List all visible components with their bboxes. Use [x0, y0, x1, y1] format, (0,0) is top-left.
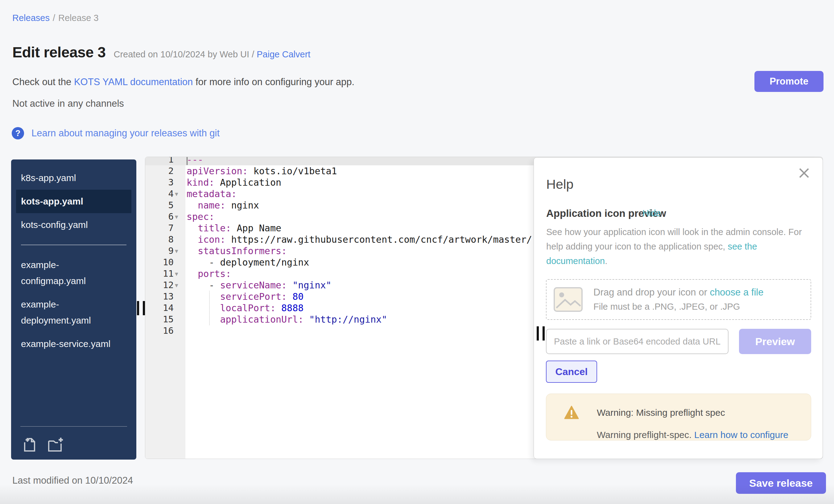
code-text: title: App Name [186, 222, 281, 234]
line-number: 2 [145, 165, 174, 177]
code-text: spec: [186, 211, 214, 222]
icon-preview-description: See how your application icon will look … [546, 225, 818, 268]
kots-yaml-doc-link[interactable]: KOTS YAML documentation [74, 76, 193, 87]
help-panel-title: Help [546, 177, 573, 192]
release-editor-page: Releases/Release 3 Edit release 3 Create… [0, 0, 834, 504]
line-number: 9 [145, 245, 174, 257]
line-number: 7 [145, 222, 174, 234]
save-release-button[interactable]: Save release [736, 472, 826, 494]
icon-url-input[interactable] [546, 329, 728, 354]
icon-dropzone[interactable]: Drag and drop your icon or choose a file… [546, 279, 811, 320]
close-icon[interactable] [798, 168, 810, 179]
warning-detail: Warning preflight-spec. Learn how to con… [597, 430, 788, 440]
code-text: icon: https://raw.githubusercontent.com/… [186, 234, 532, 245]
created-text: Created on 10/10/2024 by Web UI / [114, 49, 255, 59]
line-number: 16 [145, 325, 174, 336]
git-help-row: ? Learn about managing your releases wit… [12, 127, 220, 139]
learn-configure-link[interactable]: Learn how to configure [694, 430, 788, 440]
breadcrumb-releases-link[interactable]: Releases [12, 13, 50, 23]
fold-arrow-icon[interactable]: ▾ [175, 280, 185, 291]
intro-text-post: for more info on configuring your app. [193, 76, 354, 87]
line-number: 15 [145, 314, 174, 325]
fold-arrow-icon[interactable]: ▾ [175, 188, 185, 200]
image-placeholder-icon [553, 287, 583, 312]
warning-detail-text: Warning preflight-spec. [597, 430, 694, 440]
cancel-button[interactable]: Cancel [546, 360, 597, 383]
help-panel: Help Application icon preview Hide See h… [533, 157, 823, 459]
code-text: kind: Application [186, 177, 281, 188]
code-text: - serviceName: "nginx" [186, 280, 332, 291]
file-tree-item[interactable]: example-configmap.yaml [16, 253, 131, 293]
dropzone-text: Drag and drop your icon or choose a file… [593, 285, 763, 314]
breadcrumb: Releases/Release 3 [12, 13, 99, 23]
line-number: 4 [145, 188, 174, 200]
intro-text: Check out the KOTS YAML documentation fo… [12, 76, 354, 88]
line-number: 14 [145, 302, 174, 314]
file-tree-item[interactable]: example-service.yaml [16, 332, 131, 356]
fold-arrow-icon[interactable]: ▾ [175, 268, 185, 280]
git-releases-link[interactable]: Learn about managing your releases with … [31, 128, 220, 139]
line-number: 12 [145, 280, 174, 291]
file-tree-item[interactable]: kots-config.yaml [16, 213, 131, 237]
file-list: k8s-app.yamlkots-app.yamlkots-config.yam… [11, 159, 136, 356]
fold-arrow-icon[interactable]: ▾ [175, 245, 185, 257]
file-tree-divider [21, 245, 127, 245]
promote-button[interactable]: Promote [754, 71, 824, 92]
line-number: 8 [145, 234, 174, 245]
line-number: 10 [145, 257, 174, 268]
code-text: localPort: 8888 [186, 302, 304, 314]
code-text: --- [186, 157, 203, 165]
question-mark-icon: ? [12, 127, 24, 139]
file-tree-sidebar: k8s-app.yamlkots-app.yamlkots-config.yam… [11, 159, 136, 460]
sidebar-footer [20, 426, 127, 460]
fold-arrow-icon[interactable]: ▾ [175, 211, 185, 222]
warning-title: Warning: Missing preflight spec [597, 408, 725, 418]
hide-link[interactable]: Hide [642, 208, 661, 218]
title-row: Edit release 3 Created on 10/10/2024 by … [12, 44, 310, 61]
desc-pre: See how your application icon will look … [546, 227, 802, 251]
code-text: name: nginx [186, 200, 259, 211]
line-number: 1 [145, 157, 174, 165]
code-text: metadata: [186, 188, 237, 200]
bottom-gradient [0, 484, 834, 504]
code-text: apiVersion: kots.io/v1beta1 [186, 165, 337, 177]
icon-url-row: Preview [546, 329, 811, 354]
preflight-warning-box: Warning: Missing preflight spec Warning … [546, 394, 811, 440]
warning-triangle-icon [564, 406, 579, 419]
new-folder-icon[interactable] [46, 436, 64, 453]
created-author-link[interactable]: Paige Calvert [257, 49, 310, 59]
code-text: ports: [186, 268, 231, 280]
code-text: applicationUrl: "http://nginx" [186, 314, 387, 325]
channel-status: Not active in any channels [12, 98, 124, 109]
line-number: 6 [145, 211, 174, 222]
breadcrumb-current: Release 3 [58, 13, 99, 23]
last-modified-text: Last modified on 10/10/2024 [12, 475, 133, 486]
line-number: 13 [145, 291, 174, 302]
code-text: statusInformers: [186, 245, 287, 257]
breadcrumb-separator: / [53, 13, 55, 23]
line-number: 5 [145, 200, 174, 211]
help-panel-resize-handle[interactable] [537, 326, 545, 341]
page-title: Edit release 3 [12, 44, 106, 61]
desc-post: . [605, 256, 607, 266]
new-file-icon[interactable] [20, 436, 38, 453]
code-text: - deployment/nginx [186, 257, 309, 268]
dropzone-text-pre: Drag and drop your icon or [593, 287, 710, 298]
intro-text-pre: Check out the [12, 76, 74, 87]
sidebar-resize-handle[interactable] [137, 301, 145, 315]
file-tree-item[interactable]: example-deployment.yaml [16, 293, 131, 332]
file-tree-item[interactable]: kots-app.yaml [16, 190, 131, 213]
choose-file-link[interactable]: choose a file [710, 287, 763, 298]
code-text: servicePort: 80 [186, 291, 304, 302]
dropzone-hint: File must be a .PNG, .JPEG, or .JPG [593, 300, 763, 314]
file-tree-item[interactable]: k8s-app.yaml [16, 166, 131, 190]
preview-button[interactable]: Preview [739, 329, 811, 354]
line-number: 11 [145, 268, 174, 280]
created-info: Created on 10/10/2024 by Web UI / Paige … [114, 49, 311, 60]
line-number: 3 [145, 177, 174, 188]
